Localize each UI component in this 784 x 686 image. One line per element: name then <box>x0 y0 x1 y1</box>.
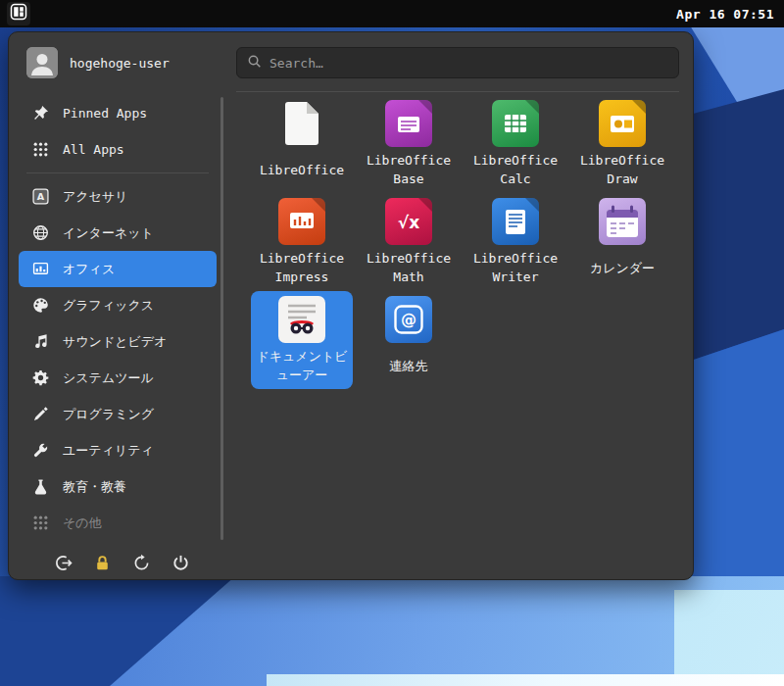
sidebar-item-label: インターネット <box>63 224 154 242</box>
app-label: LibreOffice Impress <box>251 248 353 287</box>
app-libreoffice-calc[interactable]: LibreOffice Calc <box>465 95 566 193</box>
app-label: LibreOffice Draw <box>571 150 673 189</box>
app-label: 連絡先 <box>358 346 460 385</box>
sidebar-item-pinned-apps[interactable]: Pinned Apps <box>19 95 217 131</box>
sidebar-item-label: サウンドとビデオ <box>63 333 167 351</box>
sidebar-item-label: その他 <box>63 514 102 532</box>
libreoffice-impress-icon <box>278 198 325 245</box>
username-label: hogehoge-user <box>70 47 170 78</box>
accessories-icon: A <box>32 188 49 205</box>
svg-text:√x: √x <box>398 213 419 232</box>
app-contacts[interactable]: @ 連絡先 <box>358 291 460 389</box>
sidebar-item-graphics[interactable]: グラフィックス <box>19 287 217 323</box>
clock[interactable]: Apr 16 07:51 <box>676 0 774 27</box>
sound-video-note-icon <box>32 333 49 350</box>
sidebar-item-system-tools[interactable]: システムツール <box>19 360 217 396</box>
search-input[interactable] <box>270 56 668 71</box>
sidebar-item-label: システムツール <box>63 369 154 387</box>
app-label: LibreOffice Math <box>358 248 460 287</box>
app-libreoffice-writer[interactable]: LibreOffice Writer <box>465 193 566 291</box>
app-libreoffice-math[interactable]: √x LibreOffice Math <box>358 193 460 291</box>
libreoffice-startcenter-icon <box>278 100 325 147</box>
separator <box>26 172 209 173</box>
session-actions <box>48 548 195 577</box>
sidebar-item-accessories[interactable]: A アクセサリ <box>19 178 217 215</box>
desktop: Apr 16 07:51 hogehoge-user Pinned Apps A… <box>0 0 784 686</box>
app-label: LibreOffice Writer <box>465 248 566 287</box>
sidebar-item-label: オフィス <box>63 261 115 278</box>
other-grid-icon <box>32 514 49 531</box>
sidebar-item-label: Pinned Apps <box>63 106 147 121</box>
applications-menu-button[interactable] <box>7 2 30 25</box>
sidebar-item-office[interactable]: オフィス <box>19 251 217 287</box>
sidebar-item-sound-video[interactable]: サウンドとビデオ <box>19 323 217 360</box>
sidebar-item-label: ユーティリティ <box>63 442 154 460</box>
education-flask-icon <box>32 478 49 495</box>
user-avatar[interactable] <box>26 47 58 78</box>
app-libreoffice-draw[interactable]: LibreOffice Draw <box>571 95 673 193</box>
libreoffice-base-icon <box>385 100 432 147</box>
sidebar-item-education[interactable]: 教育・教養 <box>19 468 217 505</box>
app-calendar[interactable]: カレンダー <box>571 193 673 291</box>
app-document-viewer[interactable]: ドキュメントビューアー <box>251 291 353 389</box>
calendar-icon <box>599 198 646 245</box>
sidebar-item-other[interactable]: その他 <box>19 505 217 541</box>
sidebar-item-label: 教育・教養 <box>63 478 126 496</box>
sidebar-item-all-apps[interactable]: All Apps <box>19 131 217 168</box>
restart-button[interactable] <box>126 548 156 577</box>
system-tools-gear-icon <box>32 369 49 386</box>
power-icon <box>172 554 190 572</box>
graphics-palette-icon <box>32 297 49 314</box>
logout-icon <box>54 554 73 572</box>
applications-menu-icon <box>10 3 27 24</box>
sidebar-item-programming[interactable]: プログラミング <box>19 396 217 432</box>
app-label: LibreOffice <box>251 150 353 189</box>
document-viewer-icon <box>278 296 325 343</box>
app-label: ドキュメントビューアー <box>251 346 353 385</box>
separator <box>236 91 679 92</box>
app-libreoffice-impress[interactable]: LibreOffice Impress <box>251 193 353 291</box>
category-sidebar: Pinned Apps All Apps A アクセサリ インターネット オフィ… <box>19 95 217 541</box>
app-label: LibreOffice Calc <box>465 150 566 189</box>
lock-screen-button[interactable] <box>87 548 117 577</box>
app-libreoffice[interactable]: LibreOffice <box>251 95 353 193</box>
sidebar-item-label: All Apps <box>63 142 124 157</box>
pin-icon <box>32 105 49 122</box>
app-label: LibreOffice Base <box>358 150 460 189</box>
app-libreoffice-base[interactable]: LibreOffice Base <box>358 95 460 193</box>
programming-tool-icon <box>32 406 49 422</box>
libreoffice-math-icon: √x <box>385 198 432 245</box>
all-apps-grid-icon <box>32 141 49 158</box>
contacts-icon: @ <box>385 296 432 343</box>
svg-text:@: @ <box>401 311 416 329</box>
lock-icon <box>93 554 112 572</box>
utilities-wrench-icon <box>32 442 49 459</box>
libreoffice-calc-icon <box>492 100 539 147</box>
sidebar-scrollbar[interactable] <box>220 97 223 540</box>
search-bar[interactable] <box>236 47 679 78</box>
user-avatar-icon <box>26 47 58 78</box>
restart-icon <box>132 554 151 572</box>
sidebar-item-internet[interactable]: インターネット <box>19 215 217 251</box>
sidebar-item-utilities[interactable]: ユーティリティ <box>19 432 217 468</box>
app-label: カレンダー <box>571 248 673 287</box>
internet-globe-icon <box>32 224 49 241</box>
logout-button[interactable] <box>48 548 77 577</box>
search-icon <box>247 54 262 73</box>
sidebar-item-label: グラフィックス <box>63 297 154 315</box>
shutdown-button[interactable] <box>166 548 195 577</box>
top-panel: Apr 16 07:51 <box>0 0 784 27</box>
svg-text:A: A <box>37 191 45 202</box>
libreoffice-draw-icon <box>599 100 646 147</box>
office-chart-icon <box>32 261 49 277</box>
sidebar-item-label: プログラミング <box>63 406 154 423</box>
libreoffice-writer-icon <box>492 198 539 245</box>
sidebar-item-label: アクセサリ <box>63 188 128 206</box>
application-menu-popup: hogehoge-user Pinned Apps All Apps A アクセ… <box>8 31 694 580</box>
